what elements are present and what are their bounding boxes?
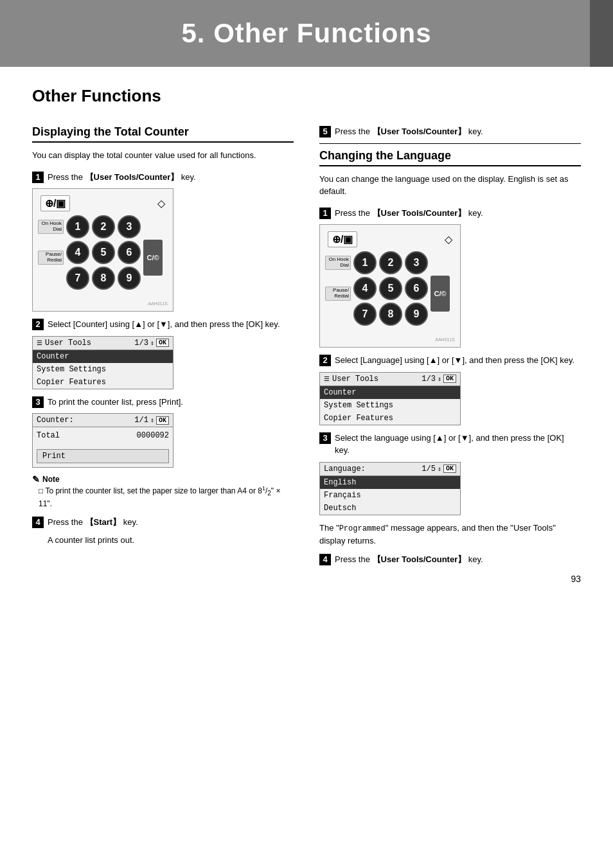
lcd-row-copier-right: Copier Features	[320, 412, 460, 425]
step-5-top-text: Press the 【User Tools/Counter】 key.	[335, 125, 483, 138]
step-1-left: 1 Press the 【User Tools/Counter】 key.	[32, 171, 294, 184]
keypad-left: ⊕/▣ ◇ On Hook Dial	[32, 188, 173, 312]
lcd-row-english: English	[320, 476, 460, 489]
lcd-counter-arrows: ⇕	[150, 416, 154, 424]
keypad-body: On Hook Dial Pause/Redial	[38, 215, 168, 300]
keypad-code: AAH011S	[38, 301, 168, 306]
lcd-total-row: Total 0000092	[37, 430, 169, 441]
lcd-arrows-1: ⇕	[150, 339, 154, 347]
step-4-body: A counter list prints out.	[48, 534, 294, 547]
chapter-title: 5. Other Functions	[13, 18, 600, 49]
subsection-title-language: Changing the Language	[319, 149, 581, 166]
keypad-row-1: 1 2 3	[66, 215, 141, 238]
subsection-title-counter: Displaying the Total Counter	[32, 125, 294, 143]
label-pause: Pause/Redial	[38, 251, 64, 265]
lcd-counter-header: Counter: 1/1 ⇕ OK	[33, 414, 173, 427]
lcd-title-1-right: User Tools	[332, 375, 378, 384]
note-title: ✎ Note	[32, 474, 294, 484]
lcd-counter-panel: Counter: 1/1 ⇕ OK Total 0000092 Print	[32, 413, 173, 468]
note-icon: ✎	[32, 474, 40, 484]
keypad-code-right: AAH011S	[325, 337, 455, 342]
key-9-right: 9	[405, 303, 428, 326]
step-num-5-top: 5	[319, 126, 331, 137]
left-intro: You can display the total counter value …	[32, 149, 294, 162]
step-num-1-left: 1	[32, 172, 44, 183]
two-column-layout: Displaying the Total Counter You can dis…	[32, 125, 581, 571]
right-column: 5 Press the 【User Tools/Counter】 key. Ch…	[319, 125, 581, 571]
header-tab	[590, 0, 613, 67]
lcd-language-title: Language:	[324, 465, 366, 474]
key-6-right: 6	[405, 277, 428, 300]
key-2-right: 2	[379, 251, 402, 274]
lcd-header-language: Language: 1/5 ⇕ OK	[320, 463, 460, 476]
step-4-left: 4 Press the 【Start】 key.	[32, 516, 294, 529]
c-button: C/©	[143, 240, 163, 276]
step-2-right-text: Select [Language] using [▲] or [▼], and …	[335, 354, 574, 367]
lcd-arrows-language: ⇕	[438, 465, 441, 473]
step-num-3-right: 3	[319, 432, 331, 444]
c-button-right: C/©	[431, 276, 450, 312]
key-8-right: 8	[379, 303, 402, 326]
right-btn-area: C/©	[143, 215, 163, 300]
step-4-left-text: Press the 【Start】 key.	[48, 516, 138, 529]
side-labels: On Hook Dial Pause/Redial	[38, 215, 64, 300]
step-num-4-left: 4	[32, 517, 44, 528]
lcd-counter-page: 1/1	[134, 416, 148, 425]
step-num-1-right: 1	[319, 208, 331, 219]
step-2-right: 2 Select [Language] using [▲] or [▼], an…	[319, 354, 581, 367]
step-5-top: 5 Press the 【User Tools/Counter】 key.	[319, 125, 581, 138]
step-1-right-text: Press the 【User Tools/Counter】 key.	[335, 207, 483, 220]
key-6: 6	[118, 241, 141, 264]
step-num-2-right: 2	[319, 355, 331, 366]
key-1-right: 1	[353, 251, 377, 274]
lcd-ok-1: OK	[156, 339, 169, 347]
lcd-icon-1: ☰	[37, 339, 42, 347]
keypad-right: ⊕/▣ ◇ On Hook Dial	[319, 224, 461, 348]
lcd-counter-right: 1/1 ⇕ OK	[134, 416, 169, 425]
step-4-right: 4 Press the 【User Tools/Counter】 key.	[319, 553, 581, 566]
lcd-header-left-1: ☰ User Tools	[37, 339, 91, 348]
keypad-row-1-right: 1 2 3	[353, 251, 428, 274]
lcd-panel-language: Language: 1/5 ⇕ OK English Français Deut…	[319, 462, 461, 515]
lcd-print-button: Print	[37, 449, 169, 463]
lcd-counter-body: Total 0000092	[33, 427, 173, 444]
lcd-ok-1-right: OK	[443, 375, 456, 383]
lcd-panel-1-right: ☰ User Tools 1/3 ⇕ OK Counter System Set…	[319, 372, 461, 425]
note-item-1: To print the counter list, set the paper…	[39, 484, 294, 509]
lcd-counter-title: Counter:	[37, 416, 74, 425]
keypad-sym-right: ⊕/▣	[328, 231, 357, 247]
lcd-row-system-right: System Settings	[320, 399, 460, 412]
lcd-icon-1-right: ☰	[324, 375, 330, 383]
page-number: 93	[571, 574, 581, 584]
lcd-header-left-1-right: ☰ User Tools	[324, 375, 378, 384]
note-block: ✎ Note To print the counter list, set th…	[32, 474, 294, 509]
key-7-right: 7	[353, 303, 377, 326]
label-on-hook-right: On Hook Dial	[325, 256, 351, 270]
lcd-header-1-right: ☰ User Tools 1/3 ⇕ OK	[320, 373, 460, 386]
section-title: Other Functions	[32, 86, 581, 106]
lcd-row-deutsch: Deutsch	[320, 502, 460, 515]
label-on-hook: On Hook Dial	[38, 220, 64, 234]
key-3: 3	[118, 215, 141, 238]
keypad-rows: 1 2 3 4 5 6 7 8	[66, 215, 141, 300]
key-5: 5	[92, 241, 115, 264]
step-4-right-text: Press the 【User Tools/Counter】 key.	[335, 553, 483, 566]
lcd-page-language: 1/5	[422, 465, 436, 474]
keypad-image-right: ⊕/▣ ◇ On Hook Dial	[319, 224, 581, 348]
keypad-body-right: On Hook Dial Pause/Redial	[325, 251, 455, 336]
keypad-top-row-right: ⊕/▣ ◇	[325, 231, 455, 247]
lcd-arrows-1-right: ⇕	[438, 375, 441, 383]
step-num-3-left: 3	[32, 396, 44, 408]
step-3-left: 3 To print the counter list, press [Prin…	[32, 396, 294, 409]
step-1-left-text: Press the 【User Tools/Counter】 key.	[48, 171, 196, 184]
lcd-print-area: Print	[33, 444, 173, 467]
step-3-left-text: To print the counter list, press [Print]…	[48, 396, 183, 409]
keypad-dot-right: ◇	[445, 233, 452, 245]
step-3-right-text: Select the language using [▲] or [▼], an…	[335, 432, 581, 457]
divider-1	[319, 143, 581, 144]
main-content: Other Functions Displaying the Total Cou…	[0, 67, 613, 597]
keypad-row-2: 4 5 6	[66, 241, 141, 264]
lcd-row-system-left: System Settings	[33, 363, 173, 376]
note-list: To print the counter list, set the paper…	[32, 484, 294, 509]
left-column: Displaying the Total Counter You can dis…	[32, 125, 294, 571]
